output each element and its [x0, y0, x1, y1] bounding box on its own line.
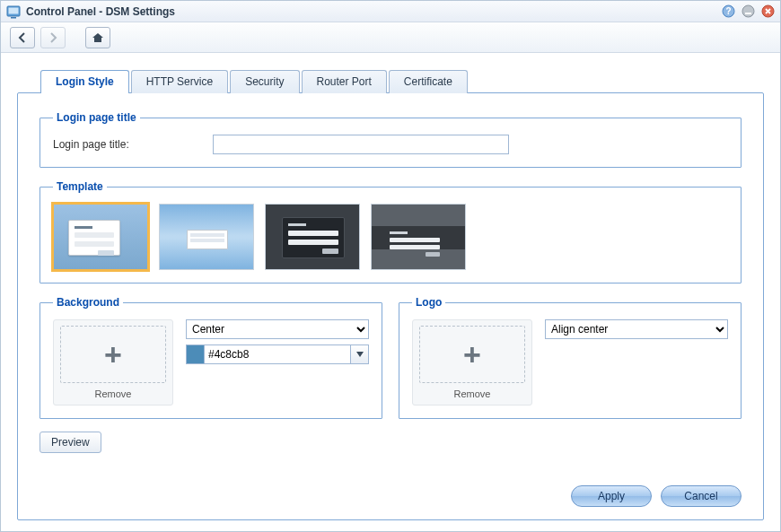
svg-rect-2	[11, 17, 16, 19]
template-options	[53, 204, 728, 270]
svg-rect-1	[9, 7, 19, 13]
logo-upload[interactable]: +	[419, 326, 525, 383]
login-title-panel: Login page title Login page title:	[39, 111, 742, 168]
footer-buttons: Apply Cancel	[39, 478, 742, 507]
template-panel: Template	[39, 180, 742, 283]
background-color-swatch[interactable]	[186, 344, 204, 364]
logo-panel: Logo + Remove Align center	[399, 296, 742, 419]
help-icon[interactable]: ?	[721, 4, 735, 19]
svg-rect-6	[745, 13, 751, 14]
logo-upload-box: + Remove	[412, 319, 532, 406]
logo-remove[interactable]: Remove	[454, 388, 491, 399]
toolbar	[1, 22, 780, 53]
tab-strip: Login Style HTTP Service Security Router…	[40, 69, 764, 92]
tab-login-style[interactable]: Login Style	[40, 70, 129, 93]
template-option-1[interactable]	[53, 204, 148, 270]
background-legend: Background	[53, 296, 123, 309]
content: Login Style HTTP Service Security Router…	[1, 53, 780, 531]
apply-button[interactable]: Apply	[571, 485, 652, 507]
logo-align-select[interactable]: Align center	[545, 319, 728, 339]
background-panel: Background + Remove Center	[39, 296, 382, 419]
app-icon	[6, 4, 21, 19]
background-upload[interactable]: +	[60, 326, 166, 383]
plus-icon: +	[104, 339, 122, 370]
svg-point-5	[742, 5, 754, 17]
tab-security[interactable]: Security	[230, 70, 299, 93]
login-title-input[interactable]	[213, 135, 509, 154]
background-upload-box: + Remove	[53, 319, 173, 406]
background-color-dropdown[interactable]	[351, 344, 369, 364]
logo-legend: Logo	[412, 296, 445, 309]
background-position-select[interactable]: Center	[186, 319, 369, 339]
home-button[interactable]	[85, 27, 110, 48]
tab-certificate[interactable]: Certificate	[389, 70, 468, 93]
background-color-field	[186, 344, 369, 364]
plus-icon: +	[463, 339, 481, 370]
back-button[interactable]	[10, 27, 35, 48]
login-title-label: Login page title:	[53, 138, 204, 151]
window-title: Control Panel - DSM Settings	[26, 5, 175, 18]
background-color-input[interactable]	[204, 344, 351, 364]
close-icon[interactable]	[760, 4, 775, 19]
background-remove[interactable]: Remove	[95, 388, 132, 399]
svg-text:?: ?	[725, 6, 731, 16]
cancel-button[interactable]: Cancel	[661, 485, 742, 507]
template-legend: Template	[53, 180, 107, 193]
template-option-4[interactable]	[371, 204, 466, 270]
login-title-legend: Login page title	[53, 111, 140, 124]
forward-button[interactable]	[40, 27, 66, 48]
titlebar: Control Panel - DSM Settings ?	[1, 1, 780, 22]
tab-router-port[interactable]: Router Port	[302, 70, 387, 93]
template-option-3[interactable]	[265, 204, 360, 270]
minimize-icon[interactable]	[741, 4, 755, 19]
template-option-2[interactable]	[159, 204, 254, 270]
window: Control Panel - DSM Settings ? Login Sty…	[0, 0, 781, 532]
tab-http-service[interactable]: HTTP Service	[131, 70, 228, 93]
tab-page: Login page title Login page title: Templ…	[17, 92, 764, 520]
preview-button[interactable]: Preview	[39, 432, 101, 453]
